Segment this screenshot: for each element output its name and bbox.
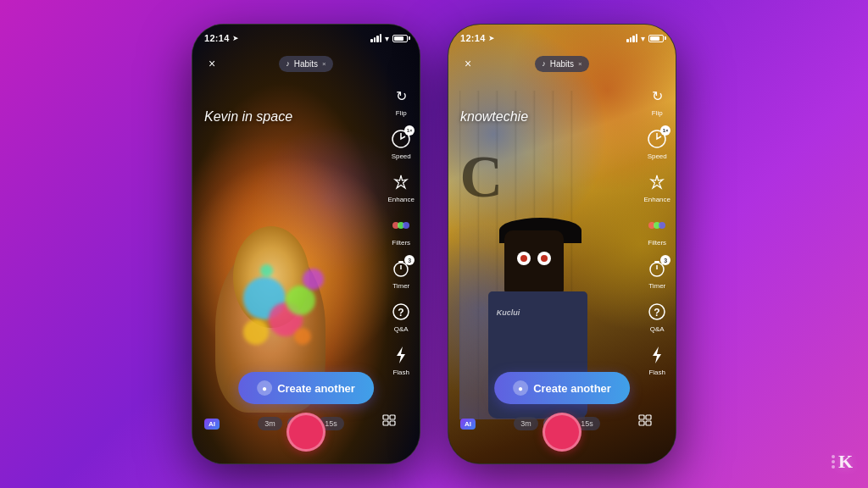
phone-2-flash-icon (645, 343, 669, 367)
phone-2-figure-eye-right (537, 252, 551, 265)
phone-2-figure-head (504, 230, 564, 294)
phone-1-bottom-left: AI (204, 419, 220, 430)
phone-1-time: 12:14 (204, 33, 230, 43)
watermark-k-letter: K (838, 451, 853, 473)
phone-2-flip-icon: ↻ (645, 84, 669, 108)
phone-1-signal-icon (370, 34, 381, 42)
phone-2-figure-eye-left (517, 252, 531, 265)
phone-1-screen: 12:14 ➤ ▾ (192, 25, 420, 463)
knowtechie-watermark: K (832, 451, 853, 473)
phone-1-create-label: Create another (277, 382, 355, 395)
phone-2-filters-label: Filters (648, 239, 666, 247)
phone-1-tool-flip[interactable]: ↻ Flip (389, 84, 413, 117)
phone-1-bottom-right-spacer (382, 414, 408, 433)
watermark-dot-1 (832, 455, 835, 458)
phone-1-create-another-button[interactable]: ● Create another (238, 372, 374, 404)
phone-2-signal-icon (626, 34, 637, 42)
phone-1-record-button[interactable] (287, 413, 326, 452)
phone-2-create-another-button[interactable]: ● Create another (494, 372, 630, 404)
phone-2-qa-icon: ? (645, 300, 669, 324)
phone-2-tool-qa[interactable]: ? Q&A (645, 300, 669, 333)
phone-1-timer-label: Timer (392, 282, 409, 290)
phone-1-duration-3m[interactable]: 3m (258, 417, 282, 430)
phone-2-enhance-label: Enhance (643, 196, 670, 203)
svg-text:?: ? (398, 307, 404, 319)
phone-2-record-container (542, 413, 581, 452)
phone-2-tool-flip[interactable]: ↻ Flip (645, 84, 669, 117)
phone-2-tool-flash[interactable]: Flash (645, 343, 669, 376)
svg-rect-21 (646, 415, 651, 419)
phone-2-right-tools: ↻ Flip Speed 1× Enhance (643, 84, 670, 376)
svg-rect-10 (383, 421, 388, 425)
phone-1-tool-timer[interactable]: Timer 3 (389, 257, 413, 290)
phone-2-battery-icon (648, 35, 664, 42)
phone-2-duration-3m[interactable]: 3m (514, 417, 538, 430)
phone-1-status-icons: ▾ (370, 34, 408, 43)
phone-1-tool-qa[interactable]: ? Q&A (389, 300, 413, 333)
phone-1-battery-icon (392, 35, 408, 42)
phone-2-time: 12:14 (460, 33, 486, 43)
phone-2-music-pill[interactable]: ♪ Habits × (535, 56, 589, 72)
phone-1-close-button[interactable]: × (201, 53, 223, 75)
phone-2-record-button[interactable] (542, 413, 581, 452)
phone-1-qa-label: Q&A (394, 325, 409, 333)
phone-1-record-container (287, 413, 326, 452)
phone-2-music-label: Habits (550, 59, 574, 69)
phone-2-figure-eyes (514, 252, 555, 265)
phone-1-qa-icon: ? (389, 300, 413, 324)
phone-2-grid-icon (638, 414, 659, 430)
svg-point-15 (659, 222, 665, 229)
watermark-dots (832, 455, 835, 469)
phone-1-tool-filters[interactable]: Filters (389, 214, 413, 247)
phone-2-video-title: knowtechie (460, 109, 633, 125)
phone-1-status-bar: 12:14 ➤ ▾ (192, 25, 420, 48)
phone-1: 12:14 ➤ ▾ (192, 24, 420, 464)
svg-rect-23 (646, 421, 651, 425)
phone-1-flash-icon (389, 343, 413, 367)
phone-1-location-arrow: ➤ (232, 34, 239, 42)
phone-1-music-close[interactable]: × (322, 60, 326, 68)
phone-2-big-letter: C (459, 147, 503, 207)
phone-1-enhance-label: Enhance (387, 196, 415, 203)
phone-1-flip-icon: ↻ (389, 84, 413, 108)
phone-2-flip-label: Flip (652, 109, 663, 117)
phone-2-music-note-icon: ♪ (542, 59, 546, 68)
phone-1-flash-label: Flash (392, 369, 409, 376)
phone-2-close-button[interactable]: × (457, 53, 479, 75)
phone-2-tool-filters[interactable]: Filters (645, 214, 669, 247)
phone-2-filters-icon (645, 214, 669, 237)
svg-rect-20 (639, 415, 644, 419)
phone-1-music-label: Habits (294, 59, 318, 69)
svg-text:?: ? (654, 307, 660, 319)
phone-1-wifi-icon: ▾ (385, 34, 389, 43)
svg-rect-22 (639, 421, 644, 425)
phone-2: C Kuclui 12:14 ➤ (448, 24, 676, 464)
phone-2-location-arrow: ➤ (488, 34, 495, 42)
phone-2-create-dot: ● (513, 380, 528, 396)
background (0, 0, 868, 488)
phone-2-enhance-icon (645, 170, 669, 194)
phone-2-tool-speed[interactable]: Speed 1× (645, 127, 669, 160)
phone-1-tool-flash[interactable]: Flash (389, 343, 413, 376)
phone-2-create-label: Create another (533, 382, 611, 395)
phone-1-grid-icon (382, 414, 403, 430)
phone-2-tool-enhance[interactable]: Enhance (643, 170, 670, 203)
phone-2-music-close[interactable]: × (578, 60, 582, 68)
phone-1-create-dot: ● (257, 380, 272, 396)
svg-rect-17 (654, 261, 659, 263)
phone-1-tool-speed[interactable]: Speed 1× (389, 127, 413, 160)
phone-2-status-bar: 12:14 ➤ ▾ (448, 25, 676, 48)
watermark-dot-3 (832, 465, 835, 469)
phone-1-right-tools: ↻ Flip Speed 1× Enhance (387, 84, 415, 376)
phone-2-speed-badge: 1× (660, 125, 670, 136)
phone-2-tool-timer[interactable]: Timer 3 (645, 257, 669, 290)
watermark-dot-2 (832, 460, 835, 463)
phone-1-filters-icon (389, 214, 413, 237)
phone-2-bottom-left: AI (460, 419, 476, 430)
phone-1-top-controls: × ♪ Habits × (192, 48, 420, 79)
phone-1-music-pill[interactable]: ♪ Habits × (279, 56, 333, 72)
phone-2-timer-badge: 3 (660, 255, 670, 265)
phone-1-tool-enhance[interactable]: Enhance (387, 170, 415, 203)
phone-2-screen: C Kuclui 12:14 ➤ (448, 25, 676, 463)
phone-2-flash-label: Flash (648, 369, 665, 376)
